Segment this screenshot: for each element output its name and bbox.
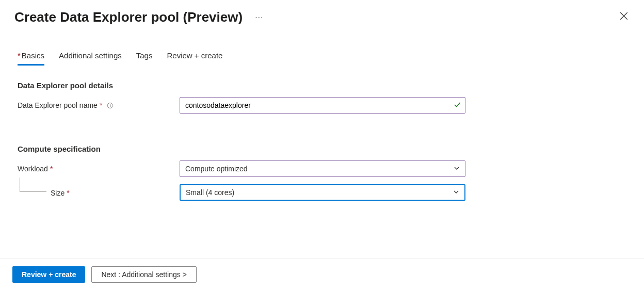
pool-name-label: Data Explorer pool name [18,101,98,109]
tab-basics[interactable]: *Basics [18,51,44,66]
svg-point-1 [110,104,110,104]
workload-label: Workload [18,165,48,173]
tab-bar: *Basics Additional settings Tags Review … [0,30,644,66]
pool-name-input[interactable] [180,97,465,114]
chevron-down-icon [454,165,460,173]
close-icon[interactable] [619,11,629,21]
size-label: Size [51,189,65,197]
tab-additional-settings[interactable]: Additional settings [59,51,122,66]
footer-bar: Review + create Next : Additional settin… [0,259,644,290]
required-indicator: * [100,101,102,109]
workload-value: Compute optimized [185,165,248,173]
next-button[interactable]: Next : Additional settings > [91,266,196,283]
section-compute-title: Compute specification [18,144,626,153]
workload-select[interactable]: Compute optimized [180,160,465,177]
tree-connector [20,178,46,192]
svg-rect-2 [110,105,110,107]
info-icon[interactable] [106,102,114,109]
section-details-title: Data Explorer pool details [18,81,626,90]
more-button[interactable]: ··· [255,13,263,22]
tab-review-create[interactable]: Review + create [167,51,222,66]
required-indicator: * [50,165,53,173]
check-icon [453,101,461,110]
size-value: Small (4 cores) [186,188,234,197]
page-title: Create Data Explorer pool (Preview) [14,9,243,25]
required-indicator: * [67,189,69,197]
tab-tags[interactable]: Tags [136,51,153,66]
size-select[interactable]: Small (4 cores) [180,184,465,201]
chevron-down-icon [453,188,459,197]
review-create-button[interactable]: Review + create [12,266,85,283]
